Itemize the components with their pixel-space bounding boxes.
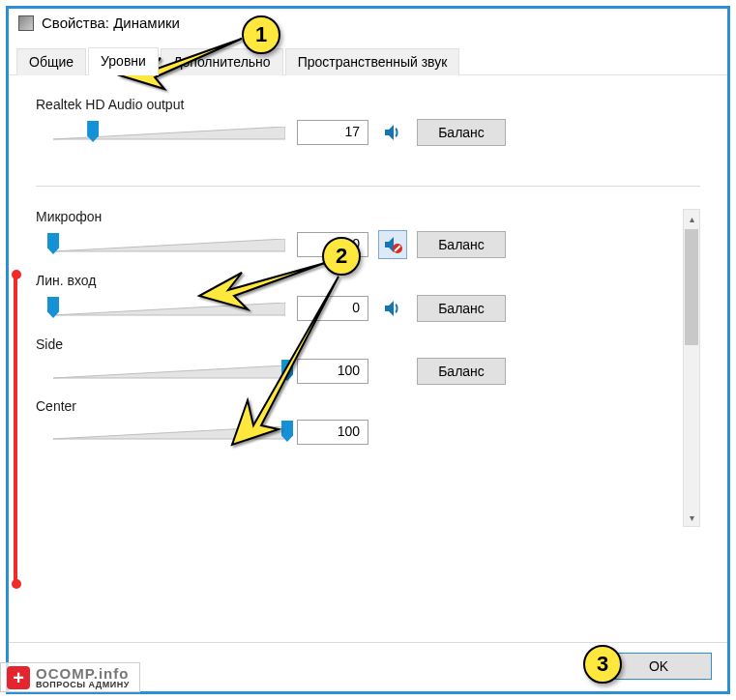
group-label: Center <box>36 398 677 414</box>
group-side: Side 100 Баланс <box>36 336 677 385</box>
scrollbar-thumb[interactable] <box>685 229 698 345</box>
slider-track <box>53 365 285 379</box>
scrollbar[interactable]: ▴ ▾ <box>683 209 700 527</box>
scroll-up-icon[interactable]: ▴ <box>684 210 699 227</box>
tab-bar: Общие Уровни Дополнительно Пространствен… <box>9 46 727 75</box>
volume-value[interactable]: 17 <box>297 120 368 145</box>
tab-levels[interactable]: Уровни <box>88 47 159 75</box>
level-row: 100 <box>36 420 677 445</box>
group-line-in: Лин. вход 0 Баланс <box>36 273 677 323</box>
volume-value[interactable]: 0 <box>297 232 368 257</box>
tab-advanced[interactable]: Дополнительно <box>161 48 283 75</box>
group-label: Лин. вход <box>36 273 677 288</box>
speaker-icon <box>383 123 402 142</box>
levels-list: Микрофон 0 <box>36 209 683 527</box>
svg-marker-1 <box>53 239 285 251</box>
svg-marker-6 <box>53 426 285 439</box>
app-icon <box>18 15 34 31</box>
volume-slider[interactable] <box>53 121 287 144</box>
slider-track <box>53 239 285 252</box>
slider-track <box>53 303 285 316</box>
speaker-icon <box>383 299 402 318</box>
group-primary-output: Realtek HD Audio output 17 Баланс <box>36 97 700 147</box>
tab-label: Уровни <box>101 53 146 69</box>
group-label: Микрофон <box>36 209 677 224</box>
volume-value[interactable]: 100 <box>297 359 368 384</box>
volume-slider[interactable] <box>53 360 287 383</box>
volume-slider[interactable] <box>53 233 287 256</box>
tab-content: Realtek HD Audio output 17 Баланс <box>9 75 727 642</box>
level-row: 100 Баланс <box>36 358 677 385</box>
group-label: Realtek HD Audio output <box>36 97 700 112</box>
tab-label: Пространственный звук <box>298 54 448 70</box>
svg-marker-5 <box>53 365 285 378</box>
divider <box>36 186 700 187</box>
levels-scroll-area: Микрофон 0 <box>36 208 700 527</box>
ok-button[interactable]: OK <box>605 653 712 680</box>
tab-label: Дополнительно <box>173 54 271 70</box>
speaker-muted-icon <box>383 235 402 254</box>
volume-slider[interactable] <box>53 421 287 444</box>
group-microphone: Микрофон 0 <box>36 209 677 259</box>
window-title: Свойства: Динамики <box>42 15 180 31</box>
mute-toggle[interactable] <box>378 230 407 259</box>
volume-value[interactable]: 0 <box>297 296 368 321</box>
level-row: 0 Баланс <box>36 230 677 259</box>
level-row: 0 Баланс <box>36 294 677 323</box>
group-label: Side <box>36 336 677 352</box>
tab-spatial[interactable]: Пространственный звук <box>285 48 460 75</box>
mute-toggle[interactable] <box>378 118 407 147</box>
tab-label: Общие <box>29 54 74 70</box>
scroll-down-icon[interactable]: ▾ <box>684 509 699 526</box>
mute-toggle[interactable] <box>378 294 407 323</box>
titlebar: Свойства: Динамики <box>9 9 727 37</box>
group-center: Center 100 <box>36 398 677 445</box>
balance-button[interactable]: Баланс <box>417 231 506 258</box>
balance-button[interactable]: Баланс <box>417 119 506 146</box>
balance-button[interactable]: Баланс <box>417 295 506 322</box>
volume-slider[interactable] <box>53 297 287 320</box>
balance-button[interactable]: Баланс <box>417 358 506 385</box>
slider-track <box>53 426 285 440</box>
dialog-buttons: OK <box>9 642 727 691</box>
level-row: 17 Баланс <box>36 118 700 147</box>
volume-value[interactable]: 100 <box>297 420 368 445</box>
properties-dialog: Свойства: Динамики Общие Уровни Дополнит… <box>6 6 730 694</box>
svg-marker-4 <box>53 303 285 315</box>
tab-general[interactable]: Общие <box>16 48 86 75</box>
